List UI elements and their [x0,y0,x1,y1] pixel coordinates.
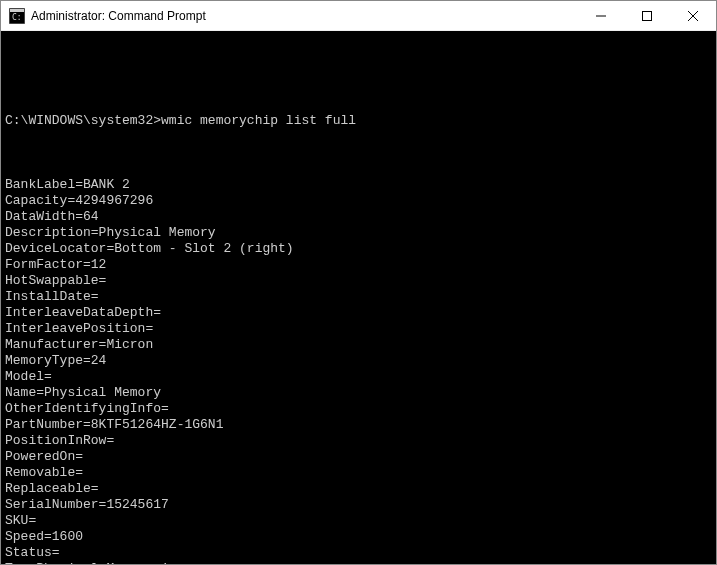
console-output-area[interactable]: C:\WINDOWS\system32>wmic memorychip list… [1,31,716,564]
output-line: Manufacturer=Micron [5,337,712,353]
command-output: BankLabel=BANK 2Capacity=4294967296DataW… [5,177,712,564]
output-line: PartNumber=8KTF51264HZ-1G6N1 [5,417,712,433]
output-line: HotSwappable= [5,273,712,289]
prompt-line: C:\WINDOWS\system32>wmic memorychip list… [5,113,712,129]
blank-line [5,65,712,81]
window-title: Administrator: Command Prompt [31,9,578,23]
maximize-button[interactable] [624,1,670,30]
output-line: Status= [5,545,712,561]
output-line: Capacity=4294967296 [5,193,712,209]
minimize-button[interactable] [578,1,624,30]
output-line: SerialNumber=15245617 [5,497,712,513]
output-line: FormFactor=12 [5,257,712,273]
output-line: InterleavePosition= [5,321,712,337]
svg-text:C:: C: [12,13,22,22]
svg-rect-1 [10,9,24,12]
output-line: Description=Physical Memory [5,225,712,241]
output-line: Removable= [5,465,712,481]
output-line: InterleaveDataDepth= [5,305,712,321]
output-line: PositionInRow= [5,433,712,449]
output-line: Speed=1600 [5,529,712,545]
svg-rect-4 [643,11,652,20]
output-line: InstallDate= [5,289,712,305]
output-line: OtherIdentifyingInfo= [5,401,712,417]
output-line: Tag=Physical Memory 1 [5,561,712,564]
output-line: Replaceable= [5,481,712,497]
titlebar[interactable]: C: Administrator: Command Prompt [1,1,716,31]
window-controls [578,1,716,30]
cmd-icon: C: [9,8,25,24]
output-line: Model= [5,369,712,385]
close-button[interactable] [670,1,716,30]
output-line: SKU= [5,513,712,529]
output-line: DataWidth=64 [5,209,712,225]
command-prompt-window: C: Administrator: Command Prompt C:\WIND… [0,0,717,565]
output-line: BankLabel=BANK 2 [5,177,712,193]
output-line: DeviceLocator=Bottom - Slot 2 (right) [5,241,712,257]
output-line: Name=Physical Memory [5,385,712,401]
entered-command: wmic memorychip list full [161,113,356,129]
output-line: MemoryType=24 [5,353,712,369]
output-line: PoweredOn= [5,449,712,465]
prompt-path: C:\WINDOWS\system32> [5,113,161,129]
